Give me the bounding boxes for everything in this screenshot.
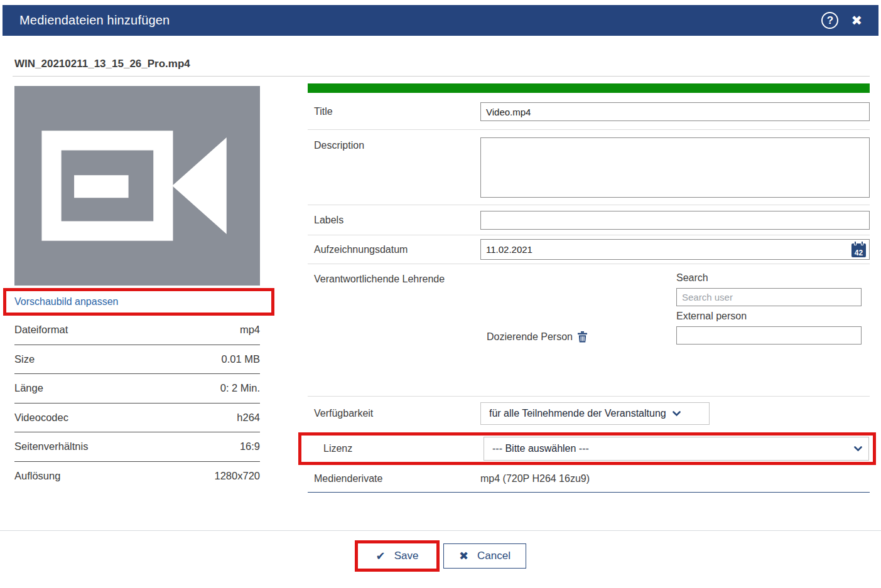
form-column: Title Description Labels Aufzeichnungsda… — [308, 83, 870, 493]
external-person-input[interactable] — [676, 326, 862, 345]
video-camera-icon — [36, 119, 239, 252]
availability-row: Verfügbarkeit für alle Teilnehmende der … — [308, 397, 870, 430]
table-row: Size 0.01 MB — [14, 345, 260, 375]
derivatives-value: mp4 (720P H264 16zu9) — [480, 473, 590, 484]
info-value: 0: 2 Min. — [220, 382, 260, 394]
search-label: Search — [676, 272, 862, 284]
recording-date-input[interactable] — [481, 244, 851, 255]
license-value: --- Bitte auswählen --- — [492, 443, 589, 454]
header-icons: ? ✖ — [821, 12, 878, 29]
save-button-label: Save — [394, 550, 419, 562]
chevron-down-icon — [673, 411, 681, 417]
info-label: Dateiformat — [14, 324, 68, 336]
info-value: mp4 — [240, 324, 260, 336]
dialog-title: Mediendateien hinzufügen — [3, 13, 170, 28]
license-row-highlight: Lizenz --- Bitte auswählen --- — [298, 432, 876, 465]
x-icon: ✖ — [459, 549, 468, 563]
preview-link-highlight: Vorschaubild anpassen — [3, 288, 274, 316]
title-input[interactable] — [480, 102, 870, 121]
dialog-header: Mediendateien hinzufügen ? ✖ — [3, 5, 878, 36]
file-name-heading: WIN_20210211_13_15_26_Pro.mp4 — [14, 58, 190, 70]
calendar-day: 42 — [855, 249, 863, 257]
license-select[interactable]: --- Bitte auswählen --- — [484, 437, 869, 461]
availability-label: Verfügbarkeit — [308, 408, 480, 419]
labels-input[interactable] — [480, 211, 870, 230]
description-row: Description — [308, 130, 870, 205]
date-input-wrap: 42 — [480, 239, 870, 260]
action-buttons: ✔ Save ✖ Cancel — [0, 540, 881, 572]
info-value: 1280x720 — [215, 470, 261, 482]
table-row: Auflösung 1280x720 — [14, 462, 260, 491]
title-label: Title — [308, 106, 480, 117]
table-row: Videocodec h264 — [14, 404, 260, 433]
info-label: Size — [14, 353, 35, 365]
person-name: Dozierende Person — [487, 331, 573, 343]
calendar-icon[interactable]: 42 — [851, 243, 866, 257]
trash-icon[interactable] — [578, 331, 587, 343]
labels-label: Labels — [308, 215, 480, 226]
title-row: Title — [308, 94, 870, 130]
info-value: h264 — [237, 412, 260, 424]
video-thumbnail[interactable] — [14, 86, 260, 286]
save-button-highlight: ✔ Save — [355, 540, 440, 572]
table-row: Länge 0: 2 Min. — [14, 374, 260, 404]
person-search-block: Search External person — [676, 264, 862, 396]
derivatives-row: Medienderivate mp4 (720P H264 16zu9) — [308, 465, 870, 493]
info-value: 16:9 — [240, 441, 260, 452]
help-icon[interactable]: ? — [821, 12, 838, 29]
info-label: Auflösung — [14, 470, 60, 482]
footer-divider — [0, 530, 881, 531]
save-button[interactable]: ✔ Save — [376, 549, 419, 563]
description-textarea[interactable] — [480, 137, 870, 198]
labels-row: Labels — [308, 205, 870, 235]
derivatives-label: Medienderivate — [308, 473, 480, 484]
info-label: Länge — [14, 382, 43, 394]
recording-date-row: Aufzeichnungsdatum 42 — [308, 235, 870, 264]
table-row: Dateiformat mp4 — [14, 316, 260, 345]
search-user-input[interactable] — [676, 288, 862, 306]
assigned-person: Dozierende Person — [480, 264, 676, 396]
info-label: Seitenverhältnis — [14, 441, 88, 452]
cancel-button-label: Cancel — [477, 550, 511, 562]
info-label: Videocodec — [14, 412, 68, 424]
description-label: Description — [308, 137, 480, 198]
recording-date-label: Aufzeichnungsdatum — [308, 244, 480, 255]
filename-divider — [13, 76, 870, 77]
adjust-preview-link[interactable]: Vorschaubild anpassen — [6, 296, 118, 307]
close-icon[interactable]: ✖ — [851, 14, 862, 27]
availability-select[interactable]: für alle Teilnehmende der Veranstaltung — [480, 402, 710, 425]
lecturers-row: Verantwortlichende Lehrende Dozierende P… — [308, 264, 870, 397]
table-row: Seitenverhältnis 16:9 — [14, 432, 260, 462]
file-info-table: Dateiformat mp4 Size 0.01 MB Länge 0: 2 … — [14, 316, 260, 491]
lecturers-label: Verantwortlichende Lehrende — [308, 264, 480, 396]
external-person-label: External person — [676, 311, 862, 322]
cancel-button[interactable]: ✖ Cancel — [443, 543, 526, 569]
license-label: Lizenz — [317, 443, 484, 454]
upload-progress-bar — [308, 83, 870, 93]
info-value: 0.01 MB — [222, 353, 260, 365]
checkmark-icon: ✔ — [376, 549, 386, 563]
chevron-down-icon — [854, 446, 862, 452]
availability-value: für alle Teilnehmende der Veranstaltung — [489, 408, 666, 419]
